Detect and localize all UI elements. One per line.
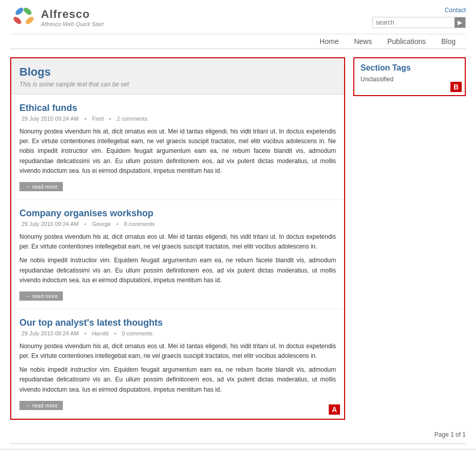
read-more-3-label: read more bbox=[32, 402, 58, 409]
arrow-icon-3: → bbox=[25, 402, 30, 409]
search-button[interactable]: ▶ bbox=[455, 17, 465, 28]
logo-subtitle: Alfresco Web Quick Start bbox=[41, 21, 104, 27]
article-1-meta: 29 July 2010 09:24 AM • Fred • 2 comment… bbox=[19, 116, 336, 122]
logo-icon bbox=[10, 4, 37, 31]
badge-b: B bbox=[450, 82, 462, 92]
search-area: ▶ bbox=[372, 17, 466, 28]
header-right: Contact ▶ bbox=[372, 7, 466, 28]
article-3-title: Our top analyst's latest thoughts bbox=[19, 318, 336, 328]
logo-text-area: Alfresco Alfresco Web Quick Start bbox=[41, 8, 104, 27]
nav-publications[interactable]: Publications bbox=[387, 37, 426, 46]
logo-area: Alfresco Alfresco Web Quick Start bbox=[10, 4, 104, 31]
article-2-date: 29 July 2010 09:24 AM bbox=[21, 221, 79, 227]
article-3-comments: 0 comments bbox=[122, 330, 152, 336]
bullet-4: • bbox=[117, 221, 119, 227]
section-tags-item: Unclassified bbox=[360, 76, 459, 83]
article-2-comments: 0 comments bbox=[124, 221, 155, 227]
article-3: Our top analyst's latest thoughts 29 Jul… bbox=[11, 309, 344, 419]
bullet-5: • bbox=[84, 330, 86, 336]
read-more-3-button[interactable]: → read more bbox=[19, 401, 63, 410]
section-tags-box: Section Tags Unclassified B bbox=[353, 57, 466, 96]
bullet-1: • bbox=[84, 116, 86, 122]
article-2-meta: 29 July 2010 09:24 AM • George • 0 comme… bbox=[19, 221, 336, 227]
pagination: Page 1 of 1 bbox=[0, 428, 476, 441]
badge-a: A bbox=[329, 404, 340, 415]
read-more-2-label: read more bbox=[32, 293, 58, 299]
article-1-title: Ethical funds bbox=[19, 103, 336, 114]
article-2: Company organises workshop 29 July 2010 … bbox=[11, 200, 344, 309]
article-1: Ethical funds 29 July 2010 09:24 AM • Fr… bbox=[11, 95, 344, 200]
contact-link[interactable]: Contact bbox=[445, 7, 466, 14]
article-3-body2: Ne nobis impedit instructior vim. Equide… bbox=[19, 365, 336, 395]
article-2-title: Company organises workshop bbox=[19, 208, 336, 219]
article-1-date: 29 July 2010 09:24 AM bbox=[21, 116, 79, 122]
footer-divider bbox=[10, 443, 466, 444]
header: Alfresco Alfresco Web Quick Start Contac… bbox=[0, 0, 476, 49]
main-layout: Blogs This is some sample text that can … bbox=[0, 49, 476, 428]
search-input[interactable] bbox=[373, 17, 455, 28]
article-2-body2: Ne nobis impedit instructior vim. Equide… bbox=[19, 256, 336, 285]
article-3-meta: 29 July 2010 09:24 AM • Harold • 0 comme… bbox=[19, 330, 336, 336]
blog-description: This is some sample text that can be set bbox=[19, 81, 336, 88]
bullet-6: • bbox=[114, 330, 116, 336]
blog-header: Blogs This is some sample text that can … bbox=[11, 58, 344, 95]
svg-point-4 bbox=[20, 13, 27, 19]
sidebar: Section Tags Unclassified B bbox=[353, 57, 466, 420]
arrow-icon-1: → bbox=[25, 184, 30, 190]
bullet-2: • bbox=[109, 116, 111, 122]
article-3-author: Harold bbox=[92, 330, 108, 336]
read-more-1-button[interactable]: → read more bbox=[19, 182, 63, 191]
main-nav: Home News Publications Blog bbox=[10, 34, 466, 49]
footer: Alfresco.com bbox=[0, 449, 476, 453]
section-tags-title: Section Tags bbox=[360, 63, 459, 73]
article-2-body1: Nonumy postea vivendum his at, dicit orn… bbox=[19, 232, 336, 252]
article-3-date: 29 July 2010 09:24 AM bbox=[21, 330, 79, 336]
bullet-3: • bbox=[84, 221, 86, 227]
read-more-1-label: read more bbox=[32, 184, 58, 190]
nav-home[interactable]: Home bbox=[320, 37, 338, 46]
article-1-author: Fred bbox=[92, 116, 104, 122]
article-2-author: George bbox=[92, 221, 111, 227]
blog-title: Blogs bbox=[19, 65, 336, 79]
nav-news[interactable]: News bbox=[354, 37, 372, 46]
nav-blog[interactable]: Blog bbox=[441, 37, 456, 46]
article-1-body: Nonumy postea vivendum his at, dicit orn… bbox=[19, 127, 336, 176]
read-more-2-button[interactable]: → read more bbox=[19, 291, 63, 301]
arrow-icon-2: → bbox=[25, 293, 30, 299]
content-area: Blogs This is some sample text that can … bbox=[10, 57, 345, 420]
article-1-comments: 2 comments bbox=[117, 116, 148, 122]
article-3-body1: Nonumy postea vivendum his at, dicit orn… bbox=[19, 342, 336, 361]
header-top: Alfresco Alfresco Web Quick Start Contac… bbox=[10, 4, 466, 31]
logo-name: Alfresco bbox=[41, 8, 104, 21]
